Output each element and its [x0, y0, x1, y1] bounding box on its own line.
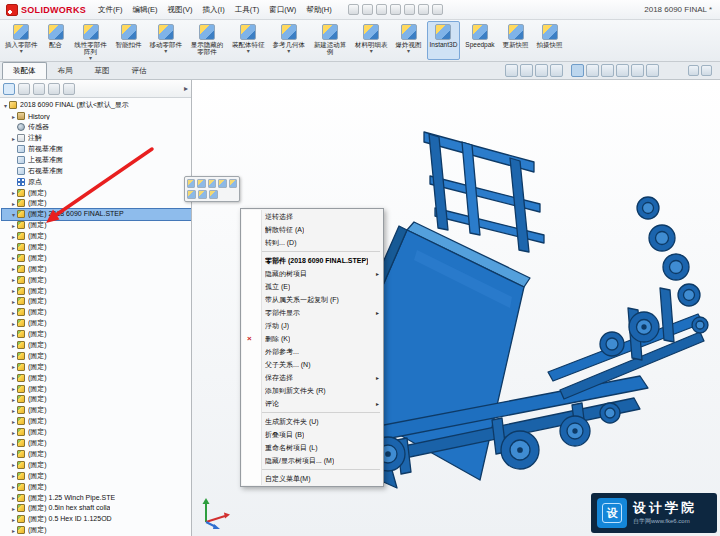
- hide-component-icon[interactable]: [208, 179, 216, 188]
- context-menu-item[interactable]: 零部件显示▸: [241, 306, 383, 319]
- context-menu-item[interactable]: 父子关系... (N): [241, 358, 383, 371]
- tree-item[interactable]: ▸(固定): [2, 252, 191, 263]
- tree-item[interactable]: ▸(固定): [2, 416, 191, 427]
- print-icon[interactable]: [390, 4, 401, 15]
- cmd-button-update-snapshot[interactable]: 更新快照: [500, 21, 532, 60]
- view-settings-icon[interactable]: [646, 64, 659, 77]
- menu-item[interactable]: 工具(T): [231, 3, 264, 17]
- options-icon[interactable]: [432, 4, 443, 15]
- appearance-icon[interactable]: [218, 179, 226, 188]
- expand-arrow-icon[interactable]: ▸: [10, 298, 17, 305]
- tree-item[interactable]: ▸(固定): [2, 198, 191, 209]
- tree-item[interactable]: ▸(固定): [2, 263, 191, 274]
- cmd-button-show-hidden-components[interactable]: 显示隐藏的零部件: [187, 21, 227, 60]
- context-menu-item[interactable]: 保存选择▸: [241, 371, 383, 384]
- expand-arrow-icon[interactable]: ▸: [10, 396, 17, 403]
- zoom-to-selection-icon[interactable]: [198, 190, 207, 199]
- tree-item[interactable]: ▸(固定): [2, 481, 191, 492]
- tree-item[interactable]: 上视基准面: [2, 154, 191, 165]
- expand-arrow-icon[interactable]: ▾: [10, 211, 17, 218]
- dimxpertmanager-tab[interactable]: [48, 83, 60, 95]
- context-menu-item[interactable]: 重命名树项目 (L): [241, 441, 383, 454]
- expand-arrow-icon[interactable]: ▸: [10, 483, 17, 490]
- menu-item[interactable]: 视图(V): [164, 3, 197, 17]
- zoom-fit-icon[interactable]: [505, 64, 518, 77]
- cmd-button-bill-of-materials[interactable]: 材料明细表▾: [352, 21, 391, 60]
- isolate-icon[interactable]: [187, 190, 196, 199]
- expand-arrow-icon[interactable]: ▸: [10, 233, 17, 240]
- menu-item[interactable]: 文件(F): [94, 3, 127, 17]
- view-orientation-icon[interactable]: [571, 64, 584, 77]
- tree-item[interactable]: ▸(固定) 0.5 Hex ID 1.125OD: [2, 514, 191, 525]
- tree-item[interactable]: 传感器: [2, 122, 191, 133]
- tree-item[interactable]: ▸(固定): [2, 231, 191, 242]
- zoom-area-icon[interactable]: [520, 64, 533, 77]
- tab-evaluate[interactable]: 评估: [121, 62, 158, 79]
- context-menu-item[interactable]: ×删除 (K): [241, 332, 383, 345]
- tree-item[interactable]: ▸(固定): [2, 405, 191, 416]
- save-icon[interactable]: [376, 4, 387, 15]
- tree-item[interactable]: ▸(固定): [2, 372, 191, 383]
- tree-item[interactable]: ▸(固定) 1.25 Winch Pipe.STE: [2, 492, 191, 503]
- tree-item[interactable]: ▸(固定): [2, 220, 191, 231]
- context-menu-item[interactable]: 解散特征 (A): [241, 223, 383, 236]
- cmd-button-new-motion-study[interactable]: 新建运动算例: [310, 21, 350, 60]
- expand-arrow-icon[interactable]: ▸: [10, 516, 17, 523]
- context-menu-item[interactable]: 生成新文件夹 (U): [241, 415, 383, 428]
- tree-item[interactable]: ▾(固定) 2018 6090 FINAL.STEP: [2, 209, 191, 220]
- expand-arrow-icon[interactable]: ▸: [10, 244, 17, 251]
- display-style-icon[interactable]: [586, 64, 599, 77]
- apply-scene-icon[interactable]: [631, 64, 644, 77]
- dropdown-arrow-icon[interactable]: ▾: [164, 48, 167, 54]
- tree-item[interactable]: ▸(固定): [2, 329, 191, 340]
- tab-layout[interactable]: 布局: [47, 62, 84, 79]
- menu-item[interactable]: 插入(I): [199, 3, 229, 17]
- tree-item[interactable]: ▸(固定): [2, 350, 191, 361]
- cmd-button-exploded-view[interactable]: 爆炸视图▾: [393, 21, 425, 60]
- cmd-button-smart-fasteners[interactable]: 智能扣件: [113, 21, 145, 60]
- cmd-button-linear-component-pattern[interactable]: 线性零部件阵列▾: [71, 21, 111, 60]
- dropdown-arrow-icon[interactable]: ▾: [370, 48, 373, 54]
- tree-item[interactable]: ▸(固定): [2, 296, 191, 307]
- open-document-icon[interactable]: [362, 4, 373, 15]
- tree-item[interactable]: ▸(固定): [2, 274, 191, 285]
- tree-item[interactable]: ▸注解: [2, 133, 191, 144]
- expand-arrow-icon[interactable]: ▸: [10, 363, 17, 370]
- collapse-panel-icon[interactable]: [701, 65, 712, 76]
- tree-item[interactable]: ▸(固定): [2, 307, 191, 318]
- context-menu-item[interactable]: 隐藏/显示树项目... (M): [241, 454, 383, 467]
- expand-arrow-icon[interactable]: ▸: [10, 276, 17, 283]
- cmd-button-reference-geometry[interactable]: 参考几何体▾: [270, 21, 309, 60]
- tree-item[interactable]: ▸(固定): [2, 340, 191, 351]
- expand-arrow-icon[interactable]: ▸: [10, 254, 17, 261]
- context-menu-item[interactable]: 外部参考...: [241, 345, 383, 358]
- expand-arrow-icon[interactable]: ▸: [10, 440, 17, 447]
- expand-arrow-icon[interactable]: ▾: [2, 102, 9, 109]
- expand-arrow-icon[interactable]: ▸: [10, 472, 17, 479]
- fullscreen-icon[interactable]: [688, 65, 699, 76]
- expand-arrow-icon[interactable]: ▸: [10, 527, 17, 534]
- section-view-icon[interactable]: [550, 64, 563, 77]
- expand-arrow-icon[interactable]: ▸: [10, 407, 17, 414]
- expand-arrow-icon[interactable]: ▸: [10, 352, 17, 359]
- tree-item[interactable]: ▸(固定): [2, 438, 191, 449]
- delete-icon[interactable]: [209, 190, 218, 199]
- menu-item[interactable]: 窗口(W): [265, 3, 300, 17]
- context-menu-item[interactable]: 折叠项目 (B): [241, 428, 383, 441]
- expand-arrow-icon[interactable]: ▸: [10, 429, 17, 436]
- expand-arrow-icon[interactable]: ▸: [10, 113, 17, 120]
- previous-view-icon[interactable]: [535, 64, 548, 77]
- cmd-button-take-snapshot[interactable]: 拍摄快照: [534, 21, 566, 60]
- menu-item[interactable]: 编辑(E): [129, 3, 162, 17]
- context-menu-item[interactable]: 浮动 (J): [241, 319, 383, 332]
- tree-item[interactable]: ▸(固定): [2, 242, 191, 253]
- tree-item[interactable]: ▸(固定): [2, 449, 191, 460]
- tree-item[interactable]: ▾2018 6090 FINAL (默认<默认_显示: [2, 100, 191, 111]
- expand-arrow-icon[interactable]: ▸: [10, 385, 17, 392]
- tree-item[interactable]: ▸(固定): [2, 459, 191, 470]
- cmd-button-assembly-features[interactable]: 装配体特征▾: [229, 21, 268, 60]
- expand-arrow-icon[interactable]: ▸: [10, 309, 17, 316]
- cmd-button-instant3d[interactable]: Instant3D: [427, 21, 461, 60]
- tree-item[interactable]: ▸(固定): [2, 361, 191, 372]
- context-menu-item[interactable]: 添加到新文件夹 (R): [241, 384, 383, 397]
